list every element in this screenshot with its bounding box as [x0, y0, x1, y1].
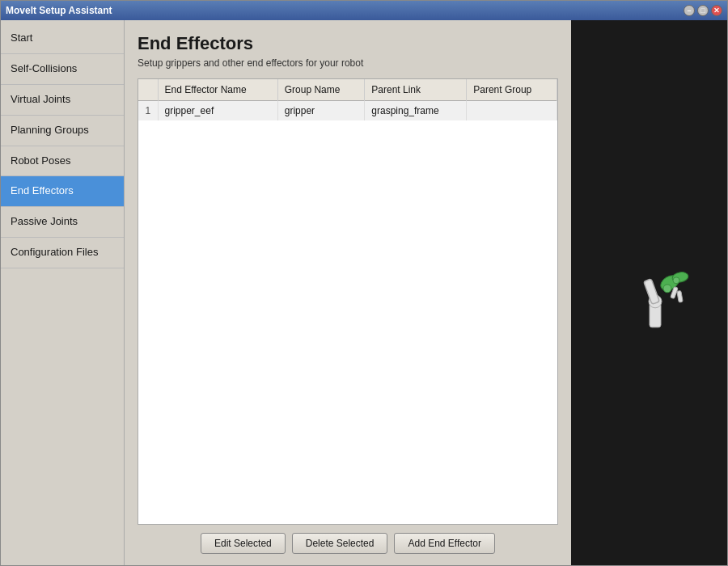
window-controls: – □ ✕ — [684, 5, 722, 16]
cell-parent-group — [467, 101, 557, 121]
col-header-parent-group: Parent Group — [467, 79, 557, 101]
robot-arm-svg — [625, 263, 706, 336]
svg-point-8 — [673, 277, 679, 284]
button-row: Edit Selected Delete Selected Add End Ef… — [138, 525, 558, 557]
titlebar: MoveIt Setup Assistant – □ ✕ — [1, 1, 727, 20]
main-panel: End Effectors Setup grippers and other e… — [125, 20, 571, 565]
close-button[interactable]: ✕ — [711, 5, 722, 16]
sidebar-item-virtual-joints[interactable]: Virtual Joints — [1, 85, 124, 116]
col-header-group-name: Group Name — [277, 79, 365, 101]
maximize-button[interactable]: □ — [697, 5, 709, 16]
sidebar-item-end-effectors[interactable]: End Effectors — [1, 176, 124, 207]
cell-group-name: gripper — [277, 101, 365, 121]
sidebar: Start Self-Collisions Virtual Joints Pla… — [1, 20, 125, 565]
end-effectors-table: End Effector Name Group Name Parent Link… — [138, 79, 557, 120]
cell-end-effector-name: gripper_eef — [158, 101, 277, 121]
sidebar-item-planning-groups[interactable]: Planning Groups — [1, 116, 124, 146]
robot-panel — [571, 20, 727, 565]
table-row[interactable]: 1 gripper_eef gripper grasping_frame — [138, 101, 557, 121]
minimize-button[interactable]: – — [684, 5, 695, 16]
cell-parent-link: grasping_frame — [365, 101, 467, 121]
svg-rect-2 — [643, 279, 659, 305]
sidebar-item-start[interactable]: Start — [1, 23, 124, 54]
window-title: MoveIt Setup Assistant — [6, 5, 684, 16]
page-title: End Effectors — [138, 33, 558, 54]
delete-selected-button[interactable]: Delete Selected — [292, 533, 388, 554]
svg-point-7 — [663, 285, 671, 293]
sidebar-item-passive-joints[interactable]: Passive Joints — [1, 207, 124, 238]
sidebar-item-configuration-files[interactable]: Configuration Files — [1, 238, 124, 268]
sidebar-item-robot-poses[interactable]: Robot Poses — [1, 146, 124, 177]
cell-row-num: 1 — [138, 101, 158, 121]
robot-visual — [625, 263, 706, 338]
col-header-end-effector-name: End Effector Name — [158, 79, 277, 101]
col-header-num — [138, 79, 158, 101]
svg-rect-6 — [676, 290, 682, 302]
main-window: MoveIt Setup Assistant – □ ✕ Start Self-… — [0, 0, 728, 566]
col-header-parent-link: Parent Link — [365, 79, 467, 101]
add-end-effector-button[interactable]: Add End Effector — [394, 533, 495, 554]
sidebar-item-self-collisions[interactable]: Self-Collisions — [1, 54, 124, 85]
edit-selected-button[interactable]: Edit Selected — [201, 533, 286, 554]
page-subtitle: Setup grippers and other end effectors f… — [138, 57, 558, 69]
content-area: Start Self-Collisions Virtual Joints Pla… — [1, 20, 727, 565]
table-header-row: End Effector Name Group Name Parent Link… — [138, 79, 557, 101]
end-effectors-table-container: End Effector Name Group Name Parent Link… — [138, 78, 558, 525]
